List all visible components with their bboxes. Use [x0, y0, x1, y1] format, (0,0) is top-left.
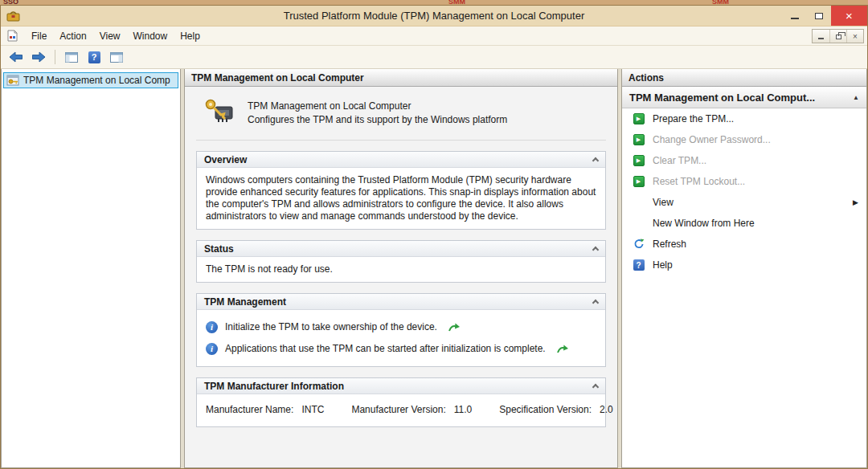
action-label: Prepare the TPM... [653, 113, 734, 124]
specification-version-field: Specification Version:2.0 [499, 404, 612, 415]
actions-group-title: TPM Management on Local Comput... [629, 92, 815, 104]
menu-view[interactable]: View [93, 28, 127, 44]
toolbar-separator [55, 50, 55, 64]
action-reset-tpm-lockout[interactable]: ▶ Reset TPM Lockout... [622, 171, 866, 192]
toolbar: ? [1, 46, 867, 69]
overview-section: Overview Windows computers containing th… [196, 151, 606, 230]
overview-section-body: Windows computers containing the Trusted… [197, 168, 605, 229]
menu-action[interactable]: Action [53, 28, 92, 44]
help-icon: ? [633, 259, 645, 271]
maximize-button[interactable] [807, 6, 831, 26]
action-new-window-from-here[interactable]: New Window from Here [622, 213, 866, 234]
overview-section-header[interactable]: Overview [197, 152, 605, 168]
green-action-icon: ▶ [633, 155, 645, 166]
child-restore-button[interactable] [829, 30, 846, 43]
show-action-pane-button[interactable] [108, 48, 125, 66]
tpm-management-section: TPM Management i Initialize the TPM to t… [196, 293, 606, 367]
management-item: i Initialize the TPM to take ownership o… [206, 316, 596, 338]
tpm-management-section-header[interactable]: TPM Management [197, 294, 605, 310]
mmc-console-icon [6, 10, 21, 22]
child-minimize-button[interactable] [813, 30, 829, 43]
center-pane-header: TPM Management on Local Computer [185, 69, 617, 87]
close-button[interactable]: × [831, 6, 867, 26]
main-area: TPM Management on Local Comp TPM Managem… [1, 69, 867, 468]
maximize-icon [815, 13, 823, 19]
help-button[interactable]: ? [85, 48, 103, 66]
child-close-button[interactable]: × [846, 30, 863, 43]
action-refresh[interactable]: Refresh [622, 234, 866, 255]
green-curved-arrow-icon [556, 344, 569, 354]
action-prepare-tpm[interactable]: ▶ Prepare the TPM... [622, 108, 866, 129]
green-curved-arrow-icon [448, 322, 461, 332]
status-section-body: The TPM is not ready for use. [197, 257, 605, 282]
action-label: View [653, 197, 674, 208]
actions-pane: Actions TPM Management on Local Comput..… [621, 69, 867, 468]
show-console-tree-button[interactable] [63, 48, 80, 66]
manufacturer-section-header[interactable]: TPM Manufacturer Information [197, 378, 605, 394]
refresh-icon [633, 239, 645, 250]
console-tree-pane: TPM Management on Local Comp [1, 69, 181, 468]
submenu-arrow-icon: ▶ [853, 198, 858, 206]
console-tree-icon [65, 52, 78, 63]
action-view[interactable]: View ▶ [622, 192, 866, 213]
minimize-button[interactable] [783, 6, 807, 26]
child-restore-icon [836, 35, 841, 39]
menu-bar: File Action View Window Help × [1, 27, 867, 46]
management-item-text: Initialize the TPM to take ownership of … [225, 321, 437, 333]
collapse-chevron-icon[interactable] [592, 157, 599, 164]
tree-item-tpm-root[interactable]: TPM Management on Local Comp [3, 72, 178, 88]
management-item: i Applications that use the TPM can be s… [206, 338, 596, 360]
action-label: Change Owner Password... [653, 134, 771, 145]
menu-window[interactable]: Window [127, 28, 174, 44]
center-pane-title: TPM Management on Local Computer [191, 72, 364, 84]
collapse-arrow-icon[interactable]: ▲ [848, 94, 859, 101]
info-icon: i [206, 343, 218, 355]
tpm-management-section-body: i Initialize the TPM to take ownership o… [197, 310, 605, 366]
manufacturer-name-field: Manufacturer Name:INTC [206, 404, 324, 415]
banner-text: TPM Management on Local Computer Configu… [248, 100, 507, 125]
banner-separator [196, 140, 606, 141]
manufacturer-section: TPM Manufacturer Information Manufacture… [196, 377, 606, 427]
collapse-chevron-icon[interactable] [592, 300, 599, 306]
child-close-icon: × [853, 32, 858, 41]
forward-button[interactable] [30, 48, 47, 66]
action-help[interactable]: ? Help [622, 255, 866, 275]
collapse-chevron-icon[interactable] [592, 247, 599, 253]
forward-arrow-icon [31, 51, 46, 63]
manufacturer-version-value: 11.0 [454, 404, 472, 415]
green-action-icon: ▶ [633, 134, 645, 145]
action-change-owner-password[interactable]: ▶ Change Owner Password... [622, 129, 866, 150]
manufacturer-section-body: Manufacturer Name:INTC Manufacturer Vers… [197, 394, 605, 426]
actions-pane-title: Actions [628, 72, 664, 84]
center-pane: TPM Management on Local Computer [184, 69, 618, 468]
green-action-icon: ▶ [633, 113, 645, 124]
close-icon: × [845, 10, 853, 22]
window-title: Trusted Platform Module (TPM) Management… [1, 10, 867, 22]
back-arrow-icon [9, 51, 23, 63]
status-section-header[interactable]: Status [197, 241, 605, 257]
child-window-controls: × [812, 29, 864, 43]
title-bar[interactable]: Trusted Platform Module (TPM) Management… [1, 6, 867, 27]
tpm-management-section-title: TPM Management [204, 296, 286, 308]
menu-help[interactable]: Help [174, 28, 207, 44]
action-clear-tpm[interactable]: ▶ Clear TPM... [622, 150, 866, 171]
console-document-icon [7, 30, 20, 43]
specification-version-label: Specification Version: [499, 404, 592, 415]
tpm-node-icon [6, 74, 19, 87]
actions-group-header[interactable]: TPM Management on Local Comput... ▲ [622, 87, 866, 108]
status-section: Status The TPM is not ready for use. [196, 240, 606, 283]
collapse-chevron-icon[interactable] [592, 384, 599, 390]
banner-title: TPM Management on Local Computer [248, 100, 507, 112]
green-action-icon: ▶ [633, 176, 645, 187]
back-button[interactable] [7, 48, 25, 66]
tpm-banner: TPM Management on Local Computer Configu… [185, 87, 617, 135]
minimize-icon [791, 18, 799, 19]
action-label: Clear TPM... [653, 155, 706, 166]
menu-file[interactable]: File [25, 28, 53, 44]
tree-item-label: TPM Management on Local Comp [23, 75, 170, 86]
manufacturer-section-title: TPM Manufacturer Information [204, 381, 344, 392]
banner-subtitle: Configures the TPM and its support by th… [248, 114, 507, 125]
status-section-title: Status [204, 243, 234, 255]
info-icon: i [206, 321, 218, 333]
manufacturer-version-field: Manufacturer Version:11.0 [351, 404, 472, 415]
